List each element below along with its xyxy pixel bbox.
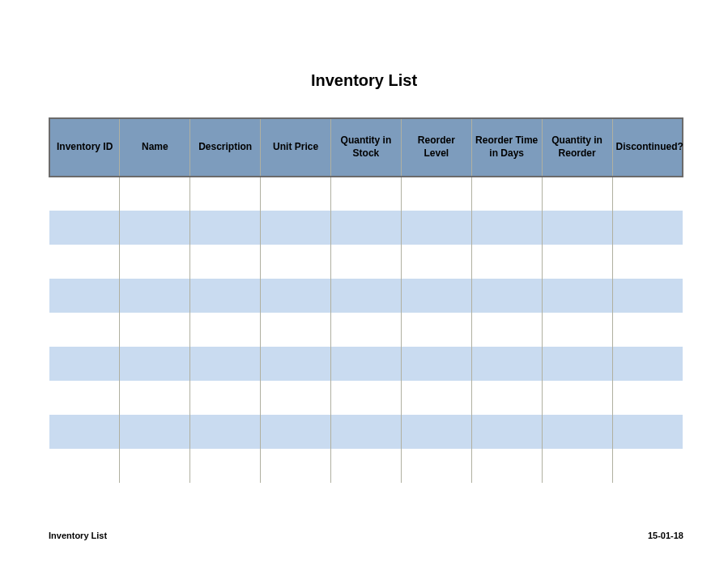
table-cell <box>471 211 542 245</box>
table-cell <box>331 211 402 245</box>
table-cell <box>612 279 683 313</box>
table-cell <box>612 449 683 483</box>
table-cell <box>120 177 190 211</box>
table-cell <box>401 279 471 313</box>
inventory-table: Inventory ID Name Description Unit Price… <box>49 117 683 483</box>
table-cell <box>542 415 612 449</box>
table-cell <box>471 279 542 313</box>
table-cell <box>49 381 120 415</box>
table-cell <box>612 245 683 279</box>
table-cell <box>331 279 402 313</box>
table-cell <box>542 381 612 415</box>
table-cell <box>49 347 120 381</box>
table-cell <box>261 381 331 415</box>
table-cell <box>401 313 471 347</box>
table-cell <box>612 177 683 211</box>
table-cell <box>612 381 683 415</box>
table-cell <box>471 381 542 415</box>
table-cell <box>261 245 331 279</box>
table-cell <box>612 211 683 245</box>
table-cell <box>49 313 120 347</box>
footer-left: Inventory List <box>49 531 107 540</box>
table-row <box>49 381 683 415</box>
table-cell <box>542 313 612 347</box>
table-body <box>49 177 683 483</box>
table-cell <box>190 245 261 279</box>
page-footer: Inventory List 15-01-18 <box>49 531 683 540</box>
table-cell <box>331 177 402 211</box>
table-row <box>49 347 683 381</box>
table-row <box>49 245 683 279</box>
table-header-row: Inventory ID Name Description Unit Price… <box>49 118 683 177</box>
inventory-table-container: Inventory ID Name Description Unit Price… <box>49 117 683 483</box>
table-cell <box>120 279 190 313</box>
table-cell <box>120 347 190 381</box>
col-header-quantity-in-reorder: Quantity in Reorder <box>542 118 612 177</box>
table-cell <box>401 177 471 211</box>
col-header-unit-price: Unit Price <box>261 118 331 177</box>
table-cell <box>49 279 120 313</box>
table-cell <box>190 449 261 483</box>
footer-right: 15-01-18 <box>648 531 683 540</box>
table-cell <box>401 347 471 381</box>
table-cell <box>471 347 542 381</box>
table-cell <box>542 279 612 313</box>
table-cell <box>331 381 402 415</box>
table-cell <box>331 245 402 279</box>
table-cell <box>331 347 402 381</box>
table-cell <box>471 177 542 211</box>
table-cell <box>331 415 402 449</box>
table-cell <box>49 245 120 279</box>
table-cell <box>120 313 190 347</box>
table-cell <box>190 415 261 449</box>
table-cell <box>261 313 331 347</box>
table-cell <box>120 245 190 279</box>
table-cell <box>612 313 683 347</box>
table-cell <box>542 347 612 381</box>
table-cell <box>120 381 190 415</box>
table-cell <box>120 211 190 245</box>
table-cell <box>542 245 612 279</box>
table-cell <box>542 211 612 245</box>
col-header-reorder-level: Reorder Level <box>401 118 471 177</box>
table-row <box>49 313 683 347</box>
table-cell <box>542 177 612 211</box>
table-row <box>49 211 683 245</box>
table-cell <box>542 449 612 483</box>
table-row <box>49 415 683 449</box>
col-header-reorder-time-in-days: Reorder Time in Days <box>471 118 542 177</box>
col-header-quantity-in-stock: Quantity in Stock <box>331 118 402 177</box>
table-cell <box>49 177 120 211</box>
table-cell <box>190 381 261 415</box>
table-cell <box>401 449 471 483</box>
table-cell <box>612 415 683 449</box>
table-cell <box>261 279 331 313</box>
table-cell <box>120 415 190 449</box>
table-cell <box>471 313 542 347</box>
table-cell <box>190 313 261 347</box>
col-header-description: Description <box>190 118 261 177</box>
table-cell <box>401 245 471 279</box>
table-row <box>49 449 683 483</box>
table-row <box>49 177 683 211</box>
table-cell <box>401 381 471 415</box>
table-cell <box>471 449 542 483</box>
table-cell <box>471 245 542 279</box>
table-cell <box>190 347 261 381</box>
table-cell <box>261 449 331 483</box>
table-cell <box>49 449 120 483</box>
table-cell <box>190 177 261 211</box>
col-header-discontinued: Discontinued? <box>612 118 683 177</box>
table-cell <box>120 449 190 483</box>
col-header-inventory-id: Inventory ID <box>49 118 120 177</box>
table-row <box>49 279 683 313</box>
table-cell <box>49 415 120 449</box>
table-cell <box>261 415 331 449</box>
table-cell <box>190 279 261 313</box>
table-cell <box>190 211 261 245</box>
table-cell <box>261 347 331 381</box>
table-cell <box>401 415 471 449</box>
table-cell <box>261 211 331 245</box>
page-title: Inventory List <box>0 71 728 90</box>
table-cell <box>49 211 120 245</box>
